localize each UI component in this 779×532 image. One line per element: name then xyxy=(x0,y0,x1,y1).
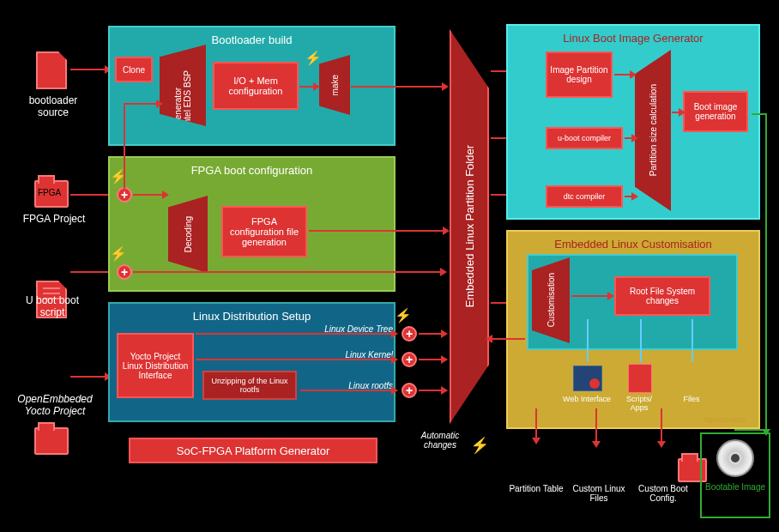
dtc-compiler-box: dtc compiler xyxy=(546,185,623,208)
bsp-generator: Intel EDS BSP Generator xyxy=(160,45,206,126)
yocto-caption: OpenEmbbeded Yocto Project xyxy=(12,393,98,417)
partition-size-box: Partition size calculation xyxy=(635,50,671,211)
arrow xyxy=(595,408,597,443)
customisation-box: Customisation xyxy=(532,257,570,343)
files-label: Files xyxy=(674,395,709,403)
arrow xyxy=(614,74,631,76)
web-interface-label: Web Interface xyxy=(563,395,611,403)
io-config-box: I/O + Mem configuration xyxy=(213,62,299,110)
custom-boot-label: Custom Boot Config. xyxy=(631,484,695,503)
arrow xyxy=(625,196,633,197)
bootable-image-box: Bootable Image xyxy=(700,432,770,518)
bootgen-box: Boot image generation xyxy=(683,91,748,132)
clone-box: Clone xyxy=(115,57,153,82)
arrow-back xyxy=(491,338,525,340)
fpga-project-caption: FPGA Project xyxy=(15,213,93,225)
plus-node: + xyxy=(117,187,132,203)
arrow xyxy=(419,333,443,335)
customisation-title: Embedded Linux Customisation xyxy=(510,238,756,251)
fpga-folder-label: FPGA xyxy=(38,188,61,197)
disc-icon xyxy=(716,439,754,477)
arrow xyxy=(133,271,442,273)
arrow xyxy=(70,376,106,378)
arrow xyxy=(419,390,443,391)
bootloader-source-label: bootloader source xyxy=(19,94,88,118)
scripts-apps-label: Scripts/ Apps xyxy=(618,395,661,412)
yocto-folder-icon xyxy=(34,427,69,455)
boot-img-title: Linux Boot Image Generator xyxy=(510,32,756,45)
arrow xyxy=(70,194,110,196)
uboot-compiler-box: u-boot compiler xyxy=(546,127,623,149)
arrow xyxy=(672,112,680,113)
partition-design-box: Image Partition design xyxy=(546,51,613,98)
flash-icon: ⚡ xyxy=(305,50,322,66)
arrow xyxy=(299,86,315,88)
arrow xyxy=(70,271,110,273)
arrow xyxy=(419,359,443,360)
fpga-filegen-box: FPGA configuration file generation xyxy=(221,206,307,257)
arrow xyxy=(351,86,444,88)
plus-node: + xyxy=(402,352,417,367)
blue-arrow xyxy=(640,319,642,362)
plus-node: + xyxy=(402,326,417,342)
flash-icon: ⚡ xyxy=(470,436,489,455)
blue-arrow xyxy=(691,319,693,362)
custom-linux-label: Custom Linux Files xyxy=(566,484,631,503)
arrow xyxy=(300,390,393,391)
uboot-script-label: U boot boot script xyxy=(22,294,82,318)
scripts-apps-icon xyxy=(628,364,652,393)
bootloader-title: Bootloader build xyxy=(112,33,391,46)
vline xyxy=(124,103,125,189)
web-interface-icon xyxy=(573,366,602,391)
arrow xyxy=(571,295,609,297)
linux-title: Linux Distribution Setup xyxy=(112,310,391,323)
brand-label: rsyocto.com xyxy=(704,415,746,424)
arrow xyxy=(133,194,164,196)
auto-changes-label: Automatic changes xyxy=(410,431,470,450)
yocto-folder-label: yocto xyxy=(36,371,55,379)
arrow xyxy=(661,408,662,443)
green-arrow xyxy=(765,113,767,431)
arrow xyxy=(625,137,633,139)
platform-generator-label: SoC-FPGA Platform Generator xyxy=(129,438,377,463)
flash-icon: ⚡ xyxy=(395,307,412,323)
bootloader-source-icon xyxy=(36,51,67,89)
flash-icon: ⚡ xyxy=(110,245,127,262)
unzip-box: Unzipping of the Linux rootfs xyxy=(202,371,297,400)
bootable-label: Bootable Image xyxy=(702,482,769,492)
arrow xyxy=(196,333,393,335)
yocto-interface-box: Yocto Project Linux Distribution Interfa… xyxy=(117,333,194,398)
partition-folder: Embedded Linux Partition Folder xyxy=(450,29,489,424)
decoding-box: Decoding xyxy=(168,196,208,273)
plus-node: + xyxy=(402,383,417,398)
arrow xyxy=(535,408,537,439)
fpga-title: FPGA boot configuration xyxy=(112,164,391,177)
arrow xyxy=(309,230,444,232)
blue-arrow xyxy=(587,319,589,362)
arrow xyxy=(70,69,106,70)
plus-node: + xyxy=(117,264,132,280)
rootfs-changes-box: Root File System changes xyxy=(614,276,710,316)
arrow xyxy=(196,359,393,360)
make-box: make xyxy=(319,55,350,115)
green-arrow xyxy=(734,429,767,431)
partition-table-label: Partition Table xyxy=(506,484,566,493)
arrow xyxy=(124,103,158,105)
